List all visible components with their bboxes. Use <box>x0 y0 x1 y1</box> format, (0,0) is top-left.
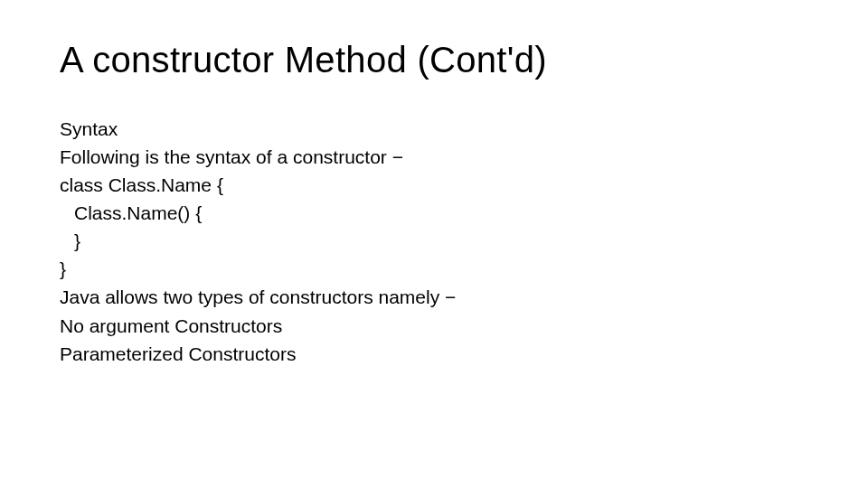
body-line-noarg: No argument Constructors <box>60 312 808 340</box>
body-line-class-open: class Class.Name { <box>60 171 808 199</box>
body-line-syntax: Syntax <box>60 115 808 143</box>
body-line-ctor-open: Class.Name() { <box>60 199 808 227</box>
body-line-class-close: } <box>60 255 808 283</box>
body-line-ctor-close: } <box>60 227 808 255</box>
slide: A constructor Method (Cont'd) Syntax Fol… <box>0 0 868 488</box>
slide-body: Syntax Following is the syntax of a cons… <box>60 115 808 368</box>
body-line-java-allows: Java allows two types of constructors na… <box>60 283 808 311</box>
slide-title: A constructor Method (Cont'd) <box>60 40 808 80</box>
body-line-following: Following is the syntax of a constructor… <box>60 143 808 171</box>
body-line-param: Parameterized Constructors <box>60 340 808 368</box>
